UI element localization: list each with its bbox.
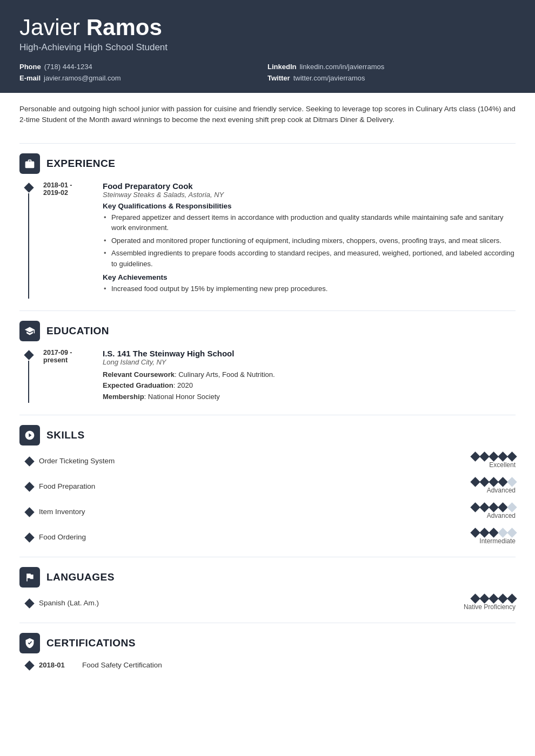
diamond-bullet xyxy=(24,507,34,517)
date-end: 2019-02 xyxy=(43,189,68,197)
diamond-bullet xyxy=(24,456,34,466)
contact-linkedin-value: linkedin.com/in/javierramos xyxy=(299,63,384,71)
diamond-filled xyxy=(470,451,480,461)
lang-name: Spanish (Lat. Am.) xyxy=(39,599,434,607)
diamond-filled xyxy=(498,502,507,512)
skill-row-3: Food Ordering Intermediate xyxy=(19,529,516,545)
languages-icon xyxy=(19,567,40,588)
edu-content: I.S. 141 The Steinway High School Long I… xyxy=(97,349,516,403)
skill-name: Food Ordering xyxy=(39,533,445,541)
diamond-bullet xyxy=(24,183,34,192)
languages-header: LANGUAGES xyxy=(19,567,516,588)
skill-name: Food Preparation xyxy=(39,482,445,490)
diamond-filled xyxy=(479,528,489,537)
skill-rating-col: Advanced xyxy=(445,504,516,519)
skills-icon xyxy=(19,425,40,446)
diamond-filled xyxy=(489,528,498,537)
cert-bullet-col xyxy=(19,661,39,669)
edu-bullet-col xyxy=(19,349,38,403)
skill-bullet-col xyxy=(19,508,39,516)
skill-name: Order Ticketing System xyxy=(39,457,445,465)
contact-twitter-label: Twitter xyxy=(268,74,290,82)
qualifications-bullets: Prepared appetizer and dessert items in … xyxy=(103,212,516,269)
diamond-bullet xyxy=(24,532,34,542)
diamond-filled xyxy=(498,451,507,461)
last-name: Ramos xyxy=(86,15,162,40)
diamond-filled xyxy=(470,477,480,487)
skill-row-2: Item Inventory Advanced xyxy=(19,504,516,519)
education-title: EDUCATION xyxy=(46,325,109,337)
certifications-header: CERTIFICATIONS xyxy=(19,633,516,653)
contact-grid: Phone (718) 444-1234 LinkedIn linkedin.c… xyxy=(19,63,516,82)
contact-phone-value: (718) 444-1234 xyxy=(44,63,92,71)
education-section: EDUCATION 2017-09 - present I.S. 141 The… xyxy=(19,321,516,403)
skill-level: Intermediate xyxy=(479,537,516,545)
cert-date: 2018-01 xyxy=(39,661,82,669)
job-title: Food Preparatory Cook xyxy=(103,181,516,191)
edu-date: 2017-09 - present xyxy=(38,349,97,403)
achievements-bullets: Increased food output by 15% by implemen… xyxy=(103,284,516,294)
experience-entry-0: 2018-01 - 2019-02 Food Preparatory Cook … xyxy=(19,181,516,299)
contact-twitter: Twitter twitter.com/javierramos xyxy=(268,74,516,82)
skill-level: Advanced xyxy=(487,487,516,494)
skill-row-1: Food Preparation Advanced xyxy=(19,478,516,494)
entry-content: Food Preparatory Cook Steinway Steaks & … xyxy=(97,181,516,299)
contact-email: E-mail javier.ramos@gmail.com xyxy=(19,74,268,82)
diamond-filled xyxy=(479,593,489,603)
diamond-filled xyxy=(479,502,489,512)
diamond-bullet xyxy=(24,482,34,491)
cert-name: Food Safety Certification xyxy=(82,661,162,669)
skills-section: SKILLS Order Ticketing System Excellent … xyxy=(19,425,516,545)
company: Steinway Steaks & Salads, Astoria, NY xyxy=(103,191,516,199)
first-name: Javier xyxy=(19,15,80,40)
entry-bullet-col xyxy=(19,181,38,299)
lang-level: Native Proficiency xyxy=(464,603,516,611)
achievements-title: Key Achievements xyxy=(103,273,516,281)
diamond-filled xyxy=(489,451,498,461)
bullet-2: Assembled ingredients to prepare foods a… xyxy=(103,248,516,269)
timeline-line xyxy=(28,361,29,403)
skills-title: SKILLS xyxy=(46,429,85,441)
diamond-filled xyxy=(498,477,507,487)
skill-name: Item Inventory xyxy=(39,508,445,516)
summary-text: Personable and outgoing high school juni… xyxy=(19,104,516,131)
briefcase-icon xyxy=(24,158,35,169)
skill-rating-col: Advanced xyxy=(445,478,516,494)
diamond-empty xyxy=(498,528,507,537)
achievement-0: Increased food output by 15% by implemen… xyxy=(103,284,516,294)
membership-value: National Honor Society xyxy=(148,393,220,401)
lang-rating-col: Native Proficiency xyxy=(434,595,516,611)
certificate-icon xyxy=(24,638,35,649)
skill-bullet-col xyxy=(19,533,39,541)
entry-date: 2018-01 - 2019-02 xyxy=(38,181,97,299)
diamond-empty xyxy=(507,477,517,487)
skills-svg-icon xyxy=(24,430,35,441)
education-icon xyxy=(19,321,40,341)
diamond-bullet xyxy=(24,660,34,670)
languages-list: Spanish (Lat. Am.) Native Proficiency xyxy=(19,595,516,611)
school-name: I.S. 141 The Steinway High School xyxy=(103,349,516,358)
contact-phone: Phone (718) 444-1234 xyxy=(19,63,268,71)
edu-graduation: Expected Graduation: 2020 xyxy=(103,380,516,392)
coursework-value: Culinary Arts, Food & Nutrition. xyxy=(178,370,275,379)
language-row-0: Spanish (Lat. Am.) Native Proficiency xyxy=(19,595,516,611)
diamond-empty xyxy=(507,502,517,512)
skill-rating-col: Intermediate xyxy=(445,529,516,545)
languages-section: LANGUAGES Spanish (Lat. Am.) Native Prof… xyxy=(19,567,516,611)
skills-list: Order Ticketing System Excellent Food Pr… xyxy=(19,453,516,545)
experience-section: EXPERIENCE 2018-01 - 2019-02 Food Prepar… xyxy=(19,153,516,299)
school-location: Long Island City, NY xyxy=(103,358,516,366)
diamond-filled xyxy=(498,593,507,603)
experience-header: EXPERIENCE xyxy=(19,153,516,174)
diamond-filled xyxy=(479,477,489,487)
certifications-list: 2018-01 Food Safety Certification xyxy=(19,661,516,669)
diamond-bullet xyxy=(24,350,34,360)
timeline-line xyxy=(28,193,29,299)
contact-linkedin: LinkedIn linkedin.com/in/javierramos xyxy=(268,63,516,71)
resume-body: Personable and outgoing high school juni… xyxy=(0,93,535,700)
skill-level: Excellent xyxy=(489,461,516,469)
membership-label: Membership xyxy=(103,393,144,401)
skills-header: SKILLS xyxy=(19,425,516,446)
skill-rating-col: Excellent xyxy=(445,453,516,469)
experience-title: EXPERIENCE xyxy=(46,158,115,170)
